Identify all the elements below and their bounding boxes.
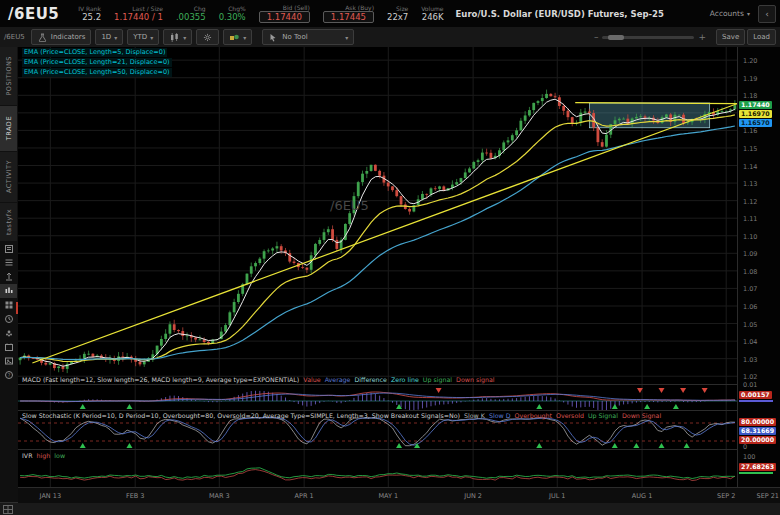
bottom-bar: [0, 502, 780, 515]
price-tick: 1.15: [743, 145, 757, 153]
gear-icon: [202, 33, 213, 42]
grid-toggle-icon[interactable]: [3, 505, 13, 514]
sidebar-icon-image[interactable]: [0, 354, 17, 368]
accounts-menu[interactable]: Accounts ▾: [710, 9, 750, 18]
panel-legend-item: high: [37, 452, 51, 459]
field-value[interactable]: 1.17440: [259, 11, 310, 23]
price-tick: 1.18: [743, 92, 757, 100]
save-button[interactable]: Save: [716, 29, 745, 45]
price-tick: 1.09: [743, 250, 757, 258]
sidebar-icon-export[interactable]: [0, 270, 17, 284]
ema-legend-line-0: EMA (Price=CLOSE, Length=5, Displace=0): [22, 48, 167, 57]
panel-legend-item: Down Signal: [622, 412, 661, 419]
quote-field-chg: Chg.00355: [176, 5, 206, 22]
timeframe-dropdown[interactable]: 1D ▾: [95, 29, 123, 45]
sidebar-tab-label: tastyfx: [5, 209, 13, 235]
shapes-icon: [229, 33, 240, 42]
field-value: .00355: [176, 12, 206, 22]
field-value: 25.2: [82, 12, 101, 22]
quote-header: /6EU5 IV Rank25.2Last / Size1.17440 / 1C…: [0, 0, 780, 28]
sidebar-icon-calendar[interactable]: [0, 340, 17, 354]
ivr-low-strip: [739, 472, 773, 474]
chart-watermark: /6EU5: [330, 198, 369, 213]
price-tick: 1.08: [743, 268, 757, 276]
sidebar-icon-grid[interactable]: [0, 298, 17, 312]
quote-fields: IV Rank25.2Last / Size1.17440 / 1Chg.003…: [65, 4, 443, 23]
time-tick: FEB 3: [126, 492, 145, 500]
price-axis[interactable]: 1.201.191.181.171.161.151.141.131.121.11…: [737, 47, 780, 487]
ivr-panel-chart[interactable]: [18, 450, 737, 487]
zoom-slider-track[interactable]: [602, 36, 694, 39]
ema-legend: EMA (Price=CLOSE, Length=5, Displace=0)E…: [22, 48, 172, 78]
panel-divider: [18, 384, 780, 385]
list-icon: [4, 258, 14, 268]
zoom-in-icon[interactable]: +: [698, 32, 706, 42]
stoch-axis-zero: 0: [743, 443, 747, 451]
zoom-slider-thumb[interactable]: [608, 35, 624, 40]
time-tick: JUL 1: [549, 492, 566, 500]
help-icon: ?: [4, 370, 14, 380]
quote-field-size: Size22x7: [387, 5, 408, 22]
panel-legend-item: Value: [303, 376, 320, 383]
time-tick: APR 1: [295, 492, 314, 500]
panel-title: Slow Stochastic (K Period=10, D Period=1…: [22, 412, 460, 419]
chart-toolbar: /6EU5 Indicators 1D ▾ YTD ▾ ▾ ▾ No Tool: [0, 27, 780, 48]
macd-axis-tick: 0.01: [743, 381, 757, 389]
sidebar-icon-chart[interactable]: [0, 284, 17, 298]
active-tool-dropdown[interactable]: No Tool ▾: [262, 29, 354, 45]
sidebar-tab-tastyfx[interactable]: tastyfx: [0, 203, 17, 241]
field-value: 246K: [422, 12, 444, 22]
sidebar-tab-label: POSITIONS: [5, 56, 13, 96]
time-axis[interactable]: JAN 13FEB 3MAR 3APR 1MAY 1JUN 2JUL 1AUG …: [18, 487, 780, 503]
macd-value-label: 0.00157: [739, 391, 772, 399]
chart-settings-button[interactable]: [196, 29, 219, 45]
panel-divider: [18, 410, 780, 411]
sidebar-tab-activity[interactable]: ACTIVITY: [0, 152, 17, 202]
main-price-chart[interactable]: [18, 47, 737, 385]
price-tick: 1.10: [743, 233, 757, 241]
calendar-icon: [4, 342, 14, 352]
range-dropdown[interactable]: YTD ▾: [127, 29, 159, 45]
ivr-value-label: 27.68263: [739, 463, 776, 471]
price-tick: 1.05: [743, 321, 757, 329]
sidebar-icon-list[interactable]: [0, 256, 17, 270]
sidebar-icon-bug[interactable]: [0, 326, 17, 340]
field-label: Chg%: [228, 5, 246, 12]
drawings-dropdown[interactable]: ▾: [223, 29, 252, 45]
last-price-label: 1.17440: [739, 101, 772, 109]
quote-field-ask-buy-[interactable]: Ask (Buy)1.17445: [323, 4, 374, 23]
toolbar-symbol-label: /6EU5: [4, 33, 25, 41]
quote-field-bid-sell-[interactable]: Bid (Sell)1.17440: [259, 4, 310, 23]
price-tick: 1.16: [743, 127, 757, 135]
load-button[interactable]: Load: [747, 29, 776, 45]
field-value: 1.17440 / 1: [114, 12, 163, 22]
export-icon: [4, 272, 14, 282]
indicators-button[interactable]: Indicators: [31, 29, 92, 45]
symbol-title: /6EU5: [8, 5, 59, 23]
sidebar-tab-label: ACTIVITY: [5, 160, 13, 193]
sidebar-icon-watchlist[interactable]: [0, 242, 17, 256]
quote-field-volume: Volume246K: [421, 5, 443, 22]
field-label: Last / Size: [132, 5, 163, 12]
chevron-down-icon: ▾: [150, 34, 153, 41]
panel-legend-item: low: [54, 452, 65, 459]
chart-style-dropdown[interactable]: ▾: [163, 29, 192, 45]
price-tick: 1.04: [743, 338, 757, 346]
field-label: IV Rank: [78, 5, 101, 12]
chevron-down-icon: ▾: [183, 34, 186, 41]
price-tick: 1.13: [743, 180, 757, 188]
panel-legend-item: Down signal: [456, 376, 494, 383]
collapse-panel-button[interactable]: ‹: [758, 5, 776, 23]
zoom-out-icon[interactable]: –: [594, 32, 599, 42]
field-value[interactable]: 1.17445: [323, 11, 374, 23]
zoom-slider[interactable]: – +: [594, 32, 706, 42]
sidebar-icon-history[interactable]: [0, 312, 17, 326]
macd-panel-chart[interactable]: [18, 385, 737, 411]
field-label: Bid (Sell): [283, 4, 310, 11]
sidebar-tab-positions[interactable]: POSITIONS: [0, 47, 17, 105]
sidebar-icon-help[interactable]: ?: [0, 368, 17, 382]
time-axis-corner-label: SEP 21: [757, 492, 780, 500]
field-label: Volume: [421, 5, 443, 12]
sidebar-tab-trade[interactable]: TRADE: [0, 106, 17, 151]
candlestick-icon: [169, 33, 180, 42]
